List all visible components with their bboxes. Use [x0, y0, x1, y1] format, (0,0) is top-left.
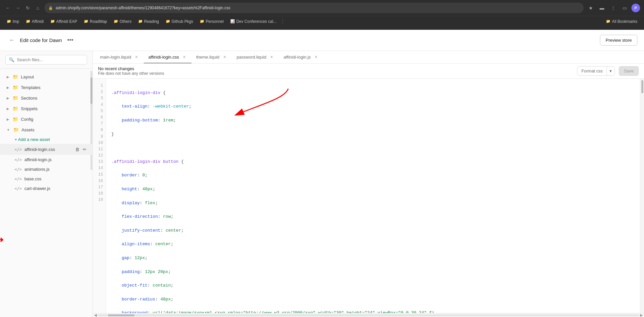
home-button[interactable]: ⌂	[34, 4, 42, 12]
code-line-17: background: url('data:image/svg+xml,<svg…	[111, 310, 635, 313]
sidebar-item-assets[interactable]: ▼ 📁 Assets	[0, 124, 92, 135]
folder-icon: 📁	[606, 19, 611, 23]
chevron-right-icon: ▶	[7, 75, 9, 79]
line-numbers: 1 2 3 4 5 6 7 8 9 10 11 12 13	[93, 79, 106, 313]
file-affinidi-login-css[interactable]: </> affinidi-login.css 🗑 ✏	[0, 144, 92, 155]
bookmark-affinidi-label: Affinidi	[32, 19, 44, 24]
star-button[interactable]: ★	[586, 4, 595, 12]
horizontal-scrollbar-track[interactable]	[98, 314, 639, 316]
add-new-asset-button[interactable]: + Add a new asset	[0, 135, 57, 144]
delete-file-button[interactable]: 🗑	[75, 146, 80, 153]
code-line-6: .affinidi-login-div button {	[111, 158, 635, 165]
scroll-left-btn[interactable]: ◀	[94, 313, 97, 317]
scroll-right-btn[interactable]: ▶	[640, 313, 643, 317]
sidebar: 🔍 ▶ 📁 Layout ▶ 📁 Templates	[0, 51, 93, 317]
file-name: base.css	[25, 176, 41, 181]
tab-label: theme.liquid	[196, 55, 219, 60]
search-wrapper: 🔍	[5, 55, 87, 65]
exit-editor-button[interactable]: ←	[7, 35, 17, 46]
bookmark-imp[interactable]: 📁 Imp	[4, 18, 22, 25]
close-tab-button[interactable]: ×	[134, 54, 139, 60]
editor-right-scrollbar[interactable]	[640, 79, 644, 313]
bookmark-reading[interactable]: 📁 Reading	[135, 18, 162, 25]
folder-icon: 📁	[166, 19, 170, 23]
rename-file-button[interactable]: ✏	[82, 146, 87, 153]
tab-password-liquid[interactable]: password.liquid ×	[232, 51, 279, 64]
bookmark-divider	[283, 19, 283, 24]
code-content[interactable]: .affinidi-login-div { text-align: -webki…	[106, 79, 640, 313]
code-line-7: border: 0;	[111, 172, 635, 179]
close-tab-button[interactable]: ×	[222, 54, 227, 60]
sidebar-scrollbar-thumb[interactable]	[90, 77, 92, 104]
toolbar-status: No recent changes File does not have any…	[98, 66, 164, 76]
bookmark-personnel[interactable]: 📁 Personnel	[197, 18, 226, 25]
bookmarks-bar: 📁 Imp 📁 Affinidi 📁 Affinidi EAP 📁 RoadMa…	[0, 16, 644, 26]
code-editor[interactable]: 1 2 3 4 5 6 7 8 9 10 11 12 13	[93, 79, 640, 313]
sidebar-item-templates[interactable]: ▶ 📁 Templates	[0, 82, 92, 93]
address-bar[interactable]: 🔒 admin.shopify.com/store/paramesh-affin…	[44, 3, 584, 13]
bookmark-roadmap[interactable]: 📁 RoadMap	[81, 18, 110, 25]
browser-toolbar: ← → ↻ ⌂ 🔒 admin.shopify.com/store/parame…	[0, 0, 644, 16]
split-button[interactable]: ▭	[620, 4, 629, 12]
nav-buttons: ← → ↻ ⌂	[4, 4, 42, 12]
sidebar-item-snippets[interactable]: ▶ 📁 Snippets	[0, 103, 92, 114]
code-line-11: justify-content: center;	[111, 227, 635, 234]
bookmark-personnel-label: Personnel	[206, 19, 224, 24]
bookmark-dev-conf[interactable]: 📊 Dev Conferences cal...	[228, 18, 279, 25]
sidebar-item-config[interactable]: ▶ 📁 Config	[0, 114, 92, 124]
editor-bottom-scrollbar[interactable]: ◀ ▶	[93, 313, 644, 317]
profile-avatar[interactable]: P	[631, 4, 640, 12]
chevron-right-icon: ▶	[7, 86, 9, 89]
file-cart-drawer-js[interactable]: </> cart-drawer.js	[0, 184, 92, 193]
vertical-scrollbar-thumb[interactable]	[641, 80, 643, 93]
format-css-button-group: Format css ▾	[577, 66, 615, 76]
file-name: affinidi-login.css	[25, 147, 55, 152]
bookmark-reading-label: Reading	[144, 19, 159, 24]
close-tab-button[interactable]: ×	[182, 54, 187, 60]
code-line-16: border-radius: 48px;	[111, 296, 635, 303]
bookmark-affinidi[interactable]: 📁 Affinidi	[23, 18, 46, 25]
close-tab-button[interactable]: ×	[313, 54, 319, 60]
more-options-button[interactable]: •••	[65, 35, 76, 45]
bookmark-github-label: Github Pkgs	[172, 19, 193, 24]
horizontal-scrollbar-thumb[interactable]	[108, 314, 134, 316]
bookmark-others[interactable]: 📁 Others	[111, 18, 134, 25]
file-name: cart-drawer.js	[25, 186, 50, 191]
search-input[interactable]	[17, 57, 83, 62]
chevron-down-icon: ▼	[7, 128, 10, 132]
code-line-9: display: flex;	[111, 200, 635, 207]
sidebar-item-label: Templates	[21, 85, 40, 90]
file-animations-js[interactable]: </> animations.js	[0, 164, 92, 174]
bookmark-affinidi-eap[interactable]: 📁 Affinidi EAP	[48, 18, 80, 25]
code-line-5	[111, 145, 635, 152]
format-css-dropdown-button[interactable]: ▾	[607, 67, 615, 75]
code-file-icon: </>	[15, 158, 22, 162]
tab-theme-liquid[interactable]: theme.liquid ×	[191, 51, 232, 64]
forward-button[interactable]: →	[14, 4, 22, 12]
main-content: 🔍 ▶ 📁 Layout ▶ 📁 Templates	[0, 51, 644, 317]
code-area-wrapper: 1 2 3 4 5 6 7 8 9 10 11 12 13	[93, 79, 644, 313]
bookmark-github[interactable]: 📁 Github Pkgs	[163, 18, 196, 25]
back-button[interactable]: ←	[4, 4, 12, 12]
folder-icon: 📁	[26, 19, 30, 23]
preview-store-button[interactable]: Preview store	[600, 35, 637, 46]
close-tab-button[interactable]: ×	[269, 54, 274, 60]
bookmark-eap-label: Affinidi EAP	[56, 19, 77, 24]
file-base-css[interactable]: </> base.css	[0, 174, 92, 184]
sidebar-item-label: Snippets	[21, 106, 38, 111]
refresh-button[interactable]: ↻	[24, 4, 32, 12]
file-affinidi-login-js[interactable]: </> affinidi-login.js	[0, 155, 92, 164]
page-title: Edit code for Dawn	[20, 37, 62, 43]
all-bookmarks[interactable]: 📁 All Bookmarks	[603, 18, 640, 25]
tab-affinidi-login-css[interactable]: affinidi-login.css ×	[144, 51, 191, 64]
menu-button[interactable]: ⋮	[609, 4, 617, 12]
tab-affinidi-login-js[interactable]: affinidi-login.js ×	[279, 51, 323, 64]
code-line-10: flex-direction: row;	[111, 213, 635, 220]
chevron-right-icon: ▶	[7, 117, 9, 121]
extensions-button[interactable]: ▬	[598, 4, 606, 12]
sidebar-item-sections[interactable]: ▶ 📁 Sections	[0, 93, 92, 103]
sidebar-item-layout[interactable]: ▶ 📁 Layout	[0, 71, 92, 82]
save-button[interactable]: Save	[619, 66, 639, 76]
tab-main-login-liquid[interactable]: main-login.liquid ×	[95, 51, 144, 64]
editor-area: main-login.liquid × affinidi-login.css ×…	[93, 51, 644, 317]
